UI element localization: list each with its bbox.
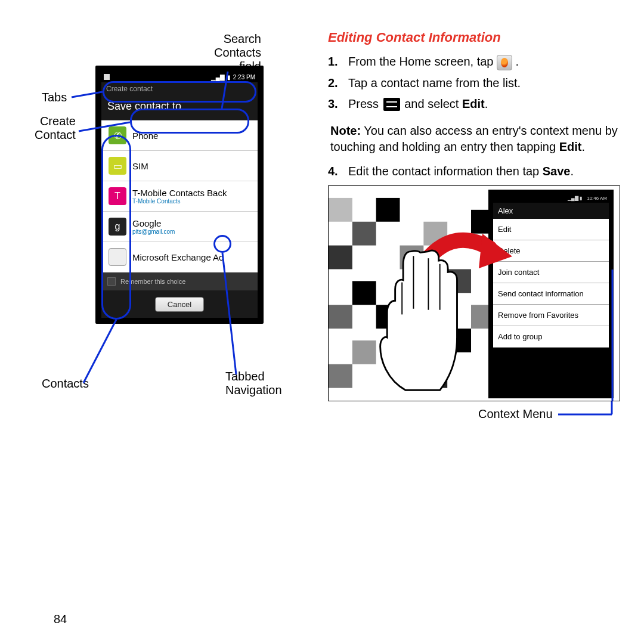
status-time: 2:23 PM bbox=[233, 74, 255, 80]
svg-rect-16 bbox=[352, 340, 376, 364]
callout-tabbed: Tabbed Navigation bbox=[225, 370, 282, 397]
svg-rect-12 bbox=[329, 305, 352, 329]
svg-rect-8 bbox=[376, 198, 400, 222]
step-1: 1. From the Home screen, tap . bbox=[328, 54, 620, 70]
step-3: 3. Press and select Edit. bbox=[328, 96, 620, 112]
svg-rect-7 bbox=[352, 221, 376, 245]
step-4: 4. Edit the contact information then tap… bbox=[328, 163, 620, 179]
tabs-highlight bbox=[103, 81, 256, 103]
context-menu-figure: ▁▄▇ ▮ 10:46 AM Alex Edit Delete Join con… bbox=[328, 185, 620, 401]
svg-rect-9 bbox=[329, 245, 352, 269]
callout-tabs: Tabs bbox=[42, 91, 67, 104]
cancel-button[interactable]: Cancel bbox=[155, 297, 204, 312]
context-item-add-group[interactable]: Add to group bbox=[493, 326, 609, 348]
phone-context-menu: ▁▄▇ ▮ 10:46 AM Alex Edit Delete Join con… bbox=[488, 190, 614, 398]
contacts-column-highlight bbox=[101, 135, 131, 320]
hand-gesture-icon bbox=[375, 246, 465, 395]
context-header: Alex bbox=[493, 203, 609, 219]
page-number: 84 bbox=[54, 612, 67, 626]
context-item-remove-fav[interactable]: Remove from Favorites bbox=[493, 305, 609, 326]
svg-line-3 bbox=[83, 320, 116, 383]
svg-rect-11 bbox=[352, 281, 376, 305]
step-2: 2. Tap a contact name from the list. bbox=[328, 75, 620, 91]
status-bar-2: ▁▄▇ ▮ 10:46 AM bbox=[493, 194, 609, 203]
svg-rect-18 bbox=[329, 364, 352, 388]
callout-create: Create Contact bbox=[35, 114, 76, 142]
left-figure: Search Contacts field Tabs Create Contac… bbox=[24, 30, 292, 425]
menu-button-icon bbox=[383, 98, 400, 111]
context-menu-caption: Context Menu bbox=[478, 407, 553, 421]
callout-contacts: Contacts bbox=[42, 377, 89, 391]
search-highlight bbox=[130, 109, 249, 134]
svg-marker-23 bbox=[479, 234, 512, 268]
section-title: Editing Contact Information bbox=[328, 30, 620, 45]
contacts-app-icon bbox=[497, 55, 512, 70]
note-block: Note: You can also access an entry's con… bbox=[328, 123, 620, 155]
tabbed-circle bbox=[213, 235, 231, 253]
svg-rect-6 bbox=[329, 198, 352, 222]
